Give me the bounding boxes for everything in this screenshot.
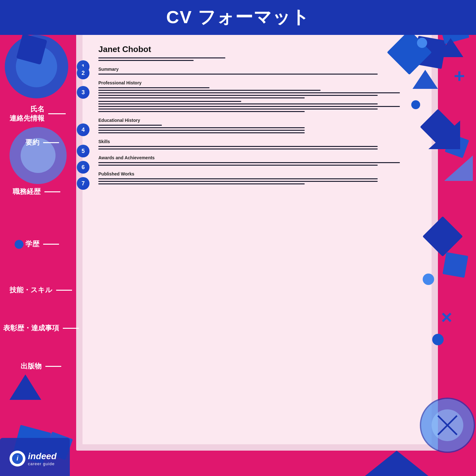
label-published: 出版物 <box>21 362 61 371</box>
pro-line-6 <box>98 103 378 104</box>
published-section: 7 Published Works <box>98 171 416 184</box>
pro-line-9 <box>98 111 305 112</box>
svg-rect-26 <box>442 252 468 278</box>
pro-line-7 <box>98 106 400 107</box>
contact-section <box>98 57 416 61</box>
svg-point-27 <box>15 240 23 249</box>
summary-section: 2 Summary <box>98 67 416 75</box>
label-education-text: 学歴 <box>25 240 39 249</box>
svg-marker-14 <box>10 374 41 400</box>
svg-point-1 <box>16 46 57 87</box>
svg-text:×: × <box>441 307 452 328</box>
label-awards: 表彰歴・達成事項 <box>3 324 79 333</box>
svg-point-8 <box>10 127 67 184</box>
education-section: 4 Educational History <box>98 118 416 133</box>
page-title: CV フォーマット <box>166 5 310 30</box>
edu-line-3 <box>98 130 305 131</box>
label-line-1 <box>48 113 66 114</box>
edu-line-1 <box>98 125 162 126</box>
label-summary: 要約 <box>25 138 59 147</box>
skills-title: Skills <box>98 139 416 144</box>
awards-section: 6 Awards and Achievements <box>98 155 416 166</box>
badge-6: 6 <box>77 161 89 174</box>
top-bar: CV フォーマット <box>0 0 476 35</box>
svg-line-23 <box>438 416 457 435</box>
indeed-name-block: indeed career guide <box>28 451 56 466</box>
badge-3: 3 <box>77 86 89 99</box>
badge-2: 2 <box>77 67 89 79</box>
label-skills: 技能・スキル <box>10 286 72 295</box>
edu-line-2 <box>98 127 305 128</box>
indeed-icon: i <box>10 451 25 466</box>
label-line-4 <box>43 244 59 245</box>
awards-line-2 <box>98 165 378 166</box>
professional-section: 3 Professional History <box>98 80 416 112</box>
skills-line-1 <box>98 146 378 147</box>
awards-title: Awards and Achievements <box>98 155 416 160</box>
label-awards-text: 表彰歴・達成事項 <box>3 324 59 333</box>
svg-point-0 <box>5 35 68 98</box>
svg-line-22 <box>438 416 457 435</box>
svg-text:+: + <box>454 65 465 87</box>
education-title: Educational History <box>98 118 416 123</box>
label-professional-text: 職務経歴 <box>13 187 41 196</box>
summary-line-1 <box>98 74 378 75</box>
svg-marker-6 <box>438 38 463 57</box>
label-skills-text: 技能・スキル <box>10 286 52 295</box>
label-professional: 職務経歴 <box>13 187 60 196</box>
label-line-2 <box>43 142 59 143</box>
indeed-sub-text: career guide <box>28 461 56 466</box>
pub-line-3 <box>98 183 305 184</box>
svg-text:i: i <box>17 455 18 462</box>
edu-line-4 <box>98 132 305 133</box>
svg-rect-2 <box>16 34 47 65</box>
pub-line-1 <box>98 178 378 179</box>
badge-4: 4 <box>77 123 89 136</box>
contact-line-2 <box>98 60 194 61</box>
label-line-7 <box>45 366 61 367</box>
indeed-logo-content: i indeed career guide <box>10 451 56 466</box>
pro-line-3 <box>98 95 378 96</box>
pub-line-2 <box>98 181 378 182</box>
cv-paper: Janet Chobot 1 2 Summary 3 Professional … <box>83 32 432 444</box>
label-summary-text: 要約 <box>25 138 39 147</box>
pro-line-0 <box>98 87 209 88</box>
indeed-main-text: indeed <box>28 451 56 461</box>
pro-line-1 <box>98 90 321 91</box>
label-line-5 <box>56 290 72 291</box>
cv-name-section: Janet Chobot 1 <box>98 44 416 61</box>
badge-7: 7 <box>77 177 89 190</box>
pro-line-2 <box>98 92 400 93</box>
professional-title: Professional History <box>98 80 416 85</box>
svg-point-9 <box>21 138 56 173</box>
published-title: Published Works <box>98 171 416 176</box>
contact-line-1 <box>98 57 225 58</box>
cv-name: Janet Chobot <box>98 44 416 54</box>
pro-line-4 <box>98 97 305 98</box>
skills-line-2 <box>98 149 378 149</box>
pro-line-8 <box>98 109 378 109</box>
label-education: 学歴 <box>25 240 59 249</box>
cv-paper-container: Janet Chobot 1 2 Summary 3 Professional … <box>76 25 438 451</box>
svg-marker-30 <box>365 451 428 476</box>
pro-line-5 <box>98 101 241 102</box>
awards-line-1 <box>98 162 400 163</box>
skills-section: 5 Skills <box>98 139 416 149</box>
svg-rect-11 <box>445 134 469 158</box>
summary-title: Summary <box>98 67 416 72</box>
indeed-logo: i indeed career guide <box>10 451 56 466</box>
label-name-text: 氏名連絡先情報 <box>10 105 44 123</box>
svg-marker-13 <box>444 155 473 181</box>
label-line-3 <box>44 191 60 192</box>
label-published-text: 出版物 <box>21 362 42 371</box>
label-name-contact: 氏名連絡先情報 <box>10 105 66 123</box>
badge-5: 5 <box>77 145 89 157</box>
